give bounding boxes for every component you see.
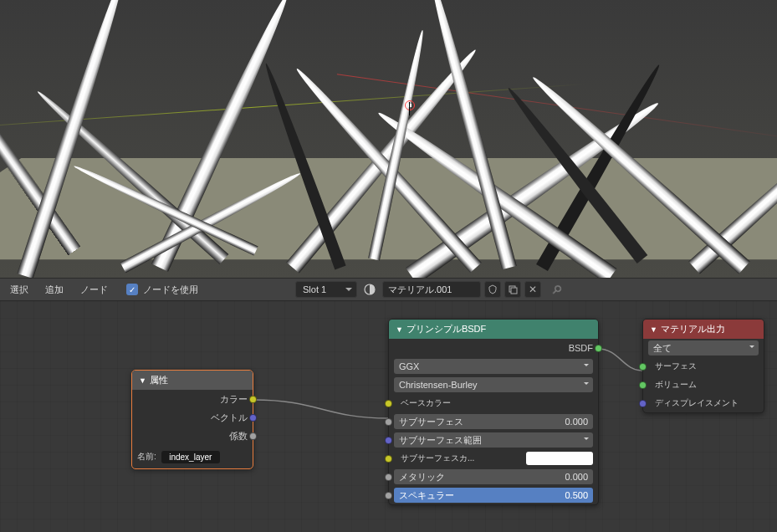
socket-in-subsurface-radius[interactable] (385, 437, 392, 444)
socket-in-surface[interactable] (639, 363, 647, 371)
socket-out-bsdf[interactable] (595, 345, 602, 352)
socket-vector[interactable]: ベクトル (132, 408, 253, 427)
collapse-icon[interactable]: ▼ (396, 325, 403, 334)
shield-icon[interactable] (484, 281, 501, 298)
distribution-select[interactable]: GGX (394, 359, 593, 374)
subsurface-row[interactable]: サブサーフェス0.000 (389, 412, 598, 431)
volume-row[interactable]: ボリューム (643, 376, 764, 394)
distribution-row: GGX (389, 357, 598, 376)
node-principled-bsdf[interactable]: ▼プリンシプルBSDF BSDF GGX Christensen-Burley … (388, 319, 599, 505)
socket-in-subsurface[interactable] (385, 418, 392, 426)
material-name-input[interactable]: マテリアル.001 (382, 281, 481, 298)
node-title: 属性 (150, 374, 168, 386)
socket-in-basecolor[interactable] (385, 400, 392, 407)
socket-out-factor[interactable] (249, 432, 257, 440)
menu-node[interactable]: ノード (74, 284, 115, 296)
viewport-3d[interactable] (0, 0, 777, 278)
subsurface-method-row: Christensen-Burley (389, 376, 598, 394)
use-nodes-checkbox[interactable]: ✓ (126, 284, 138, 295)
metallic-row[interactable]: メタリック0.000 (389, 468, 598, 486)
unlink-icon[interactable]: ✕ (524, 281, 541, 298)
subsurface-radius-row[interactable]: サブサーフェス範囲 (389, 431, 598, 449)
collapse-icon[interactable]: ▼ (650, 325, 657, 334)
socket-in-metallic[interactable] (385, 473, 392, 481)
node-header[interactable]: ▼プリンシプルBSDF (389, 320, 598, 339)
socket-in-displacement[interactable] (639, 400, 647, 407)
socket-in-specular[interactable] (385, 492, 392, 499)
target-row: 全て (643, 339, 764, 357)
attribute-name-row: 名前: index_layer (132, 445, 253, 468)
cursor-3d-icon (409, 105, 417, 113)
node-header[interactable]: ▼属性 (132, 371, 253, 390)
node-header[interactable]: ▼マテリアル出力 (643, 320, 764, 339)
subsurface-slider[interactable]: サブサーフェス0.000 (394, 414, 593, 429)
pin-icon[interactable]: ⚲ (550, 282, 565, 297)
socket-in-subsurface-color[interactable] (385, 455, 392, 463)
attribute-name-input[interactable]: index_layer (161, 451, 220, 463)
specular-slider[interactable]: スペキュラー0.500 (394, 488, 593, 503)
node-editor-area[interactable]: ▼属性 カラー ベクトル 係数 名前: index_layer ▼プリンシプルB… (0, 301, 777, 532)
new-material-icon[interactable] (504, 281, 521, 298)
socket-color[interactable]: カラー (132, 390, 253, 408)
socket-in-volume[interactable] (639, 381, 647, 389)
socket-out-color[interactable] (249, 396, 257, 403)
subsurface-color-swatch[interactable] (526, 452, 593, 465)
collapse-icon[interactable]: ▼ (139, 376, 146, 385)
target-select[interactable]: 全て (648, 340, 759, 356)
metallic-slider[interactable]: メタリック0.000 (394, 469, 593, 484)
menu-select[interactable]: 選択 (3, 284, 35, 296)
surface-row[interactable]: サーフェス (643, 357, 764, 376)
name-label: 名前: (137, 451, 156, 463)
node-attribute[interactable]: ▼属性 カラー ベクトル 係数 名前: index_layer (131, 370, 253, 469)
material-shading-icon[interactable] (360, 281, 379, 298)
svg-rect-2 (511, 288, 517, 294)
node-editor-header: 選択 追加 ノード ✓ ノードを使用 Slot 1 マテリアル.001 ✕ ⚲ (0, 278, 777, 301)
displacement-row[interactable]: ディスプレイスメント (643, 394, 764, 412)
socket-out-vector[interactable] (249, 414, 257, 422)
slot-select[interactable]: Slot 1 (295, 281, 357, 298)
socket-bsdf[interactable]: BSDF (389, 339, 598, 357)
node-material-output[interactable]: ▼マテリアル出力 全て サーフェス ボリューム ディスプレイスメント (642, 319, 764, 413)
subsurface-color-row[interactable]: サブサーフェスカ... (389, 449, 598, 468)
menu-add[interactable]: 追加 (38, 284, 70, 296)
specular-row[interactable]: スペキュラー0.500 (389, 486, 598, 504)
subsurface-radius-select[interactable]: サブサーフェス範囲 (394, 432, 593, 448)
node-title: プリンシプルBSDF (406, 323, 486, 335)
socket-factor[interactable]: 係数 (132, 427, 253, 445)
base-color-row[interactable]: ベースカラー (389, 394, 598, 412)
subsurface-method-select[interactable]: Christensen-Burley (394, 377, 593, 392)
node-title: マテリアル出力 (661, 323, 725, 335)
use-nodes-label: ノードを使用 (141, 284, 205, 296)
